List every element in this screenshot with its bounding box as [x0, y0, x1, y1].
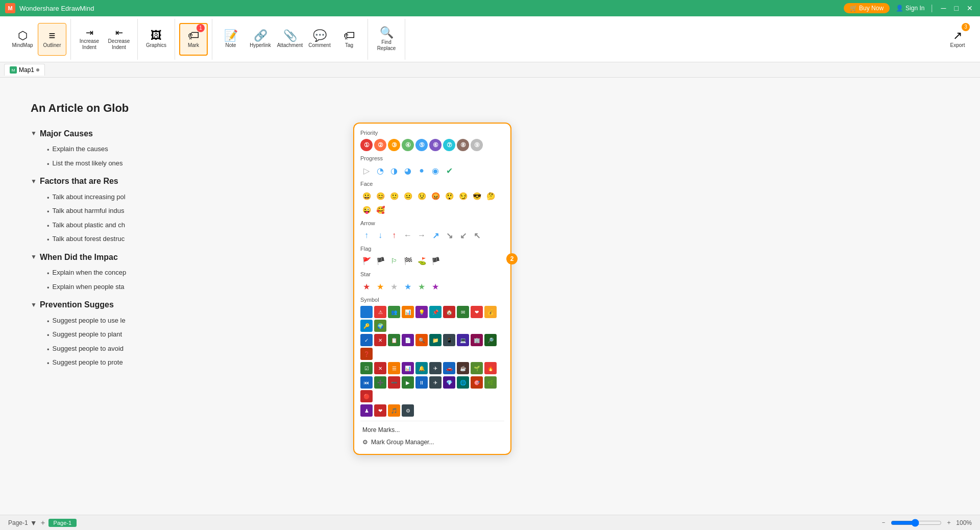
flag-purple[interactable]: ⛳ — [415, 255, 428, 267]
face-3[interactable]: 🙂 — [388, 190, 400, 202]
priority-2-icon[interactable]: ② — [374, 139, 386, 151]
toggle-major-causes[interactable]: ▼ — [31, 128, 37, 139]
priority-1-icon[interactable]: ① — [360, 139, 373, 151]
sym-41[interactable]: 🌐 — [457, 376, 469, 389]
sym-39[interactable]: ✈ — [429, 376, 442, 389]
priority-6-icon[interactable]: ⑥ — [429, 139, 442, 151]
star-purple[interactable]: ★ — [429, 280, 442, 293]
graphics-tool[interactable]: 🖼 Graphics — [142, 23, 170, 56]
find-replace-tool[interactable]: 🔍 FindReplace — [372, 23, 401, 56]
sym-27[interactable]: 📊 — [402, 362, 414, 374]
face-9[interactable]: 😎 — [471, 190, 483, 202]
sym-7[interactable]: 🏠 — [443, 306, 455, 318]
export-tool[interactable]: 3 ↗ Export — [943, 23, 972, 56]
sym-18[interactable]: 📁 — [429, 334, 442, 346]
mark-group-manager-button[interactable]: ⚙ Mark Group Manager... — [360, 437, 504, 448]
sym-25[interactable]: ✕ — [374, 362, 386, 374]
zoom-slider[interactable] — [891, 519, 942, 527]
sym-19[interactable]: 📱 — [443, 334, 455, 346]
add-page-button[interactable]: ▼ — [30, 519, 37, 527]
face-12[interactable]: 🥰 — [374, 204, 386, 216]
arrow-dr[interactable]: ↘ — [443, 229, 455, 242]
face-8[interactable]: 😏 — [457, 190, 469, 202]
arrow-right[interactable]: → — [415, 229, 428, 242]
sym-2[interactable]: ⚠ — [374, 306, 386, 318]
star-gray[interactable]: ★ — [388, 280, 400, 293]
sym-24[interactable]: ☑ — [360, 362, 373, 374]
sym-45[interactable]: ♟ — [360, 404, 373, 417]
progress-3-icon[interactable]: ◕ — [402, 164, 414, 177]
sym-12[interactable]: 🌍 — [374, 320, 386, 332]
flag-red[interactable]: 🚩 — [360, 255, 373, 267]
priority-9-icon[interactable]: ⑨ — [471, 139, 483, 151]
flag-green[interactable]: 🏳 — [388, 255, 400, 267]
zoom-in-button[interactable]: ＋ — [946, 518, 952, 527]
sym-40[interactable]: 💎 — [443, 376, 455, 389]
sym-8[interactable]: ✉ — [457, 306, 469, 318]
face-11[interactable]: 😜 — [360, 204, 373, 216]
map1-tab[interactable]: M Map1 — [4, 64, 45, 76]
sym-5[interactable]: 💡 — [415, 306, 428, 318]
sym-47[interactable]: 🎵 — [388, 404, 400, 417]
more-marks-button[interactable]: More Marks... — [360, 424, 504, 436]
sym-9[interactable]: ❤ — [471, 306, 483, 318]
sym-14[interactable]: ✕ — [374, 334, 386, 346]
attachment-tool[interactable]: 📎 Attachment — [276, 23, 304, 56]
flag-white[interactable]: 🏴 — [429, 255, 442, 267]
toggle-factors-red[interactable]: ▼ — [31, 176, 37, 187]
sym-44[interactable]: 🔴 — [360, 390, 373, 402]
sym-29[interactable]: ✈ — [429, 362, 442, 374]
zoom-out-button[interactable]: － — [880, 518, 887, 527]
sym-3[interactable]: 👥 — [388, 306, 400, 318]
priority-3-icon[interactable]: ③ — [388, 139, 400, 151]
face-10[interactable]: 🤔 — [484, 190, 497, 202]
progress-4-icon[interactable]: ● — [415, 164, 428, 177]
note-tool[interactable]: 📝 Note — [216, 23, 245, 56]
sym-20[interactable]: 💻 — [457, 334, 469, 346]
arrow-ur[interactable]: ↗ — [429, 229, 442, 242]
sym-42[interactable]: 🎯 — [471, 376, 483, 389]
sym-22[interactable]: 🔎 — [484, 334, 497, 346]
toggle-when-impact[interactable]: ▼ — [31, 252, 37, 263]
face-6[interactable]: 😡 — [429, 190, 442, 202]
progress-1-icon[interactable]: ◔ — [374, 164, 386, 177]
sym-21[interactable]: 🏢 — [471, 334, 483, 346]
outliner-tool[interactable]: ≡ Outliner — [38, 23, 66, 56]
progress-0-icon[interactable]: ▷ — [360, 164, 373, 177]
sym-4[interactable]: 📊 — [402, 306, 414, 318]
face-5[interactable]: 😟 — [415, 190, 428, 202]
progress-2-icon[interactable]: ◑ — [388, 164, 400, 177]
sym-16[interactable]: 📄 — [402, 334, 414, 346]
mark-tool[interactable]: 1 🏷 Mark — [179, 23, 208, 56]
sym-46[interactable]: ❤ — [374, 404, 386, 417]
sign-in-button[interactable]: 👤 Sign In — [896, 5, 924, 12]
canvas[interactable]: An Article on Glob ▼ Major Causes • Expl… — [0, 78, 980, 530]
add-page-plus-button[interactable]: ＋ — [39, 518, 46, 527]
arrow-dl[interactable]: ↙ — [457, 229, 469, 242]
page-1-tab[interactable]: Page-1 — [48, 519, 77, 527]
priority-5-icon[interactable]: ⑤ — [415, 139, 428, 151]
face-1[interactable]: 😀 — [360, 190, 373, 202]
face-2[interactable]: 😊 — [374, 190, 386, 202]
arrow-ul[interactable]: ↖ — [471, 229, 483, 242]
arrow-left[interactable]: ← — [402, 229, 414, 242]
face-4[interactable]: 😐 — [402, 190, 414, 202]
decrease-indent-tool[interactable]: ⇤ DecreaseIndent — [105, 23, 133, 56]
sym-17[interactable]: 🔍 — [415, 334, 428, 346]
progress-6-icon[interactable]: ✔ — [443, 164, 455, 177]
priority-7-icon[interactable]: ⑦ — [443, 139, 455, 151]
priority-8-icon[interactable]: ⑧ — [457, 139, 469, 151]
sym-11[interactable]: 🔑 — [360, 320, 373, 332]
sym-10[interactable]: 💰 — [484, 306, 497, 318]
tag-tool[interactable]: 🏷 Tag — [335, 23, 363, 56]
increase-indent-tool[interactable]: ⇥ IncreaseIndent — [75, 23, 104, 56]
sym-33[interactable]: 🔥 — [484, 362, 497, 374]
sym-36[interactable]: ➖ — [388, 376, 400, 389]
maximize-button[interactable]: □ — [952, 4, 961, 12]
sym-48[interactable]: ⚙ — [402, 404, 414, 417]
sym-15[interactable]: 📋 — [388, 334, 400, 346]
toggle-prevention[interactable]: ▼ — [31, 300, 37, 311]
hyperlink-tool[interactable]: 🔗 Hyperlink — [246, 23, 275, 56]
star-red[interactable]: ★ — [360, 280, 373, 293]
arrow-up2[interactable]: ↑ — [388, 229, 400, 242]
